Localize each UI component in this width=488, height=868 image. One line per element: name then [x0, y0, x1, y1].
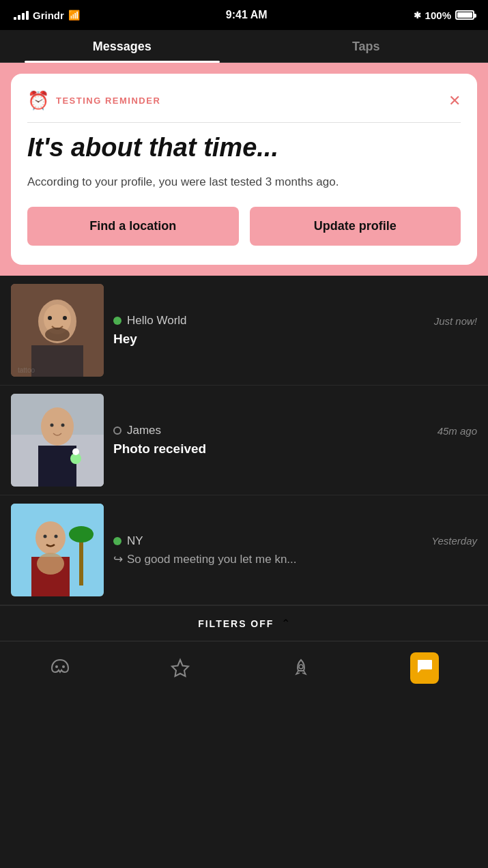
svg-rect-17 — [79, 538, 83, 585]
message-content-3: NY Yesterday ↪So good meeting you let me… — [113, 534, 477, 566]
svg-point-21 — [55, 535, 58, 538]
message-time-1: Just now! — [434, 315, 477, 327]
svg-point-27 — [299, 665, 303, 669]
card-divider — [27, 122, 461, 123]
alarm-icon: ⏰ — [27, 90, 49, 111]
nav-icon-favorites[interactable] — [156, 654, 205, 682]
card-header-left: ⏰ TESTING REMINDER — [27, 90, 160, 111]
avatar-hello-world: tattoo — [11, 284, 104, 377]
filters-label: FILTERS OFF — [198, 618, 274, 629]
reminder-label: TESTING REMINDER — [56, 96, 160, 106]
update-profile-button[interactable]: Update profile — [250, 207, 461, 246]
message-name-row-3: NY — [113, 534, 143, 548]
svg-point-11 — [51, 424, 54, 427]
svg-rect-2 — [31, 345, 83, 377]
message-content-2: James 45m ago Photo received — [113, 424, 477, 457]
message-time-3: Yesterday — [431, 535, 477, 547]
close-button[interactable]: ✕ — [448, 93, 461, 108]
svg-point-4 — [48, 316, 52, 320]
message-item-3[interactable]: NY Yesterday ↪So good meeting you let me… — [0, 495, 488, 605]
banner-area: ⏰ TESTING REMINDER ✕ It's about that tim… — [0, 63, 488, 276]
message-name-row-2: James — [113, 424, 161, 437]
card-title: It's about that time... — [27, 134, 461, 162]
chevron-up-icon: ⌃ — [281, 618, 290, 629]
message-top-1: Hello World Just now! — [113, 314, 477, 328]
reminder-card: ⏰ TESTING REMINDER ✕ It's about that tim… — [11, 74, 477, 265]
card-body: According to your profile, you were last… — [27, 173, 461, 191]
tab-taps[interactable]: Taps — [244, 30, 489, 62]
svg-point-18 — [69, 526, 94, 542]
svg-point-12 — [61, 424, 65, 427]
svg-point-10 — [41, 407, 74, 446]
wifi-icon: 📶 — [68, 10, 80, 20]
status-bar: Grindr 📶 9:41 AM ✱ 100% — [0, 0, 488, 30]
message-top-2: James 45m ago — [113, 424, 477, 437]
online-indicator-1 — [113, 317, 121, 325]
svg-point-6 — [45, 328, 70, 341]
card-actions: Find a location Update profile — [27, 207, 461, 246]
svg-point-15 — [72, 448, 79, 455]
message-name-3: NY — [127, 534, 143, 548]
mask-icon — [49, 657, 71, 679]
bluetooth-icon: ✱ — [414, 10, 421, 20]
svg-marker-26 — [172, 660, 188, 676]
svg-point-19 — [35, 521, 66, 554]
filters-bar[interactable]: FILTERS OFF ⌃ — [0, 605, 488, 641]
status-right: ✱ 100% — [414, 10, 474, 21]
message-preview-2: Photo received — [113, 442, 477, 457]
battery-icon — [455, 10, 474, 20]
forward-arrow-icon: ↪ — [113, 553, 123, 566]
status-left: Grindr 📶 — [14, 10, 80, 21]
avatar-james — [11, 394, 104, 487]
nav-icon-boost[interactable] — [276, 654, 326, 682]
message-name-row-1: Hello World — [113, 314, 187, 328]
message-preview-3: ↪So good meeting you let me kn... — [113, 552, 477, 566]
find-location-button[interactable]: Find a location — [27, 207, 239, 246]
message-item-2[interactable]: James 45m ago Photo received — [0, 386, 488, 495]
battery-label: 100% — [425, 10, 451, 21]
message-time-2: 45m ago — [437, 425, 477, 437]
message-preview-1: Hey — [113, 332, 477, 347]
message-content-1: Hello World Just now! Hey — [113, 314, 477, 347]
card-header: ⏰ TESTING REMINDER ✕ — [27, 90, 461, 111]
svg-point-25 — [62, 665, 65, 668]
rocket-icon — [290, 657, 312, 679]
nav-icon-home[interactable] — [35, 654, 85, 682]
message-name-2: James — [127, 424, 161, 437]
message-name-1: Hello World — [127, 314, 187, 328]
messages-list: tattoo Hello World Just now! Hey — [0, 276, 488, 605]
svg-point-5 — [63, 316, 67, 320]
svg-text:tattoo: tattoo — [18, 366, 35, 374]
message-top-3: NY Yesterday — [113, 534, 477, 548]
bottom-nav — [0, 641, 488, 700]
chat-bubble-icon — [410, 652, 439, 684]
carrier-label: Grindr — [33, 10, 64, 21]
status-time: 9:41 AM — [226, 9, 268, 21]
star-icon — [169, 657, 191, 679]
avatar-ny — [11, 504, 104, 596]
nav-icon-messages[interactable] — [397, 650, 453, 686]
svg-point-24 — [55, 665, 58, 668]
message-item-1[interactable]: tattoo Hello World Just now! Hey — [0, 276, 488, 386]
signal-bars — [14, 11, 29, 20]
svg-point-20 — [44, 535, 47, 538]
nav-tabs: Messages Taps — [0, 30, 488, 63]
offline-indicator-2 — [113, 426, 121, 435]
svg-point-23 — [37, 553, 64, 575]
online-indicator-3 — [113, 537, 121, 545]
svg-rect-13 — [38, 446, 76, 487]
tab-messages[interactable]: Messages — [0, 30, 244, 62]
